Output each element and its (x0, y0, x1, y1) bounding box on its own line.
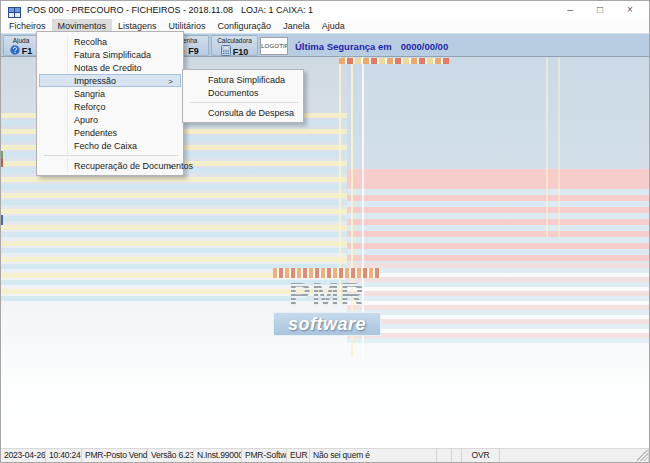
background-right-panel (347, 57, 649, 169)
background-edge-marks (1, 57, 3, 442)
status-cell (500, 449, 649, 463)
menubar-item[interactable]: Janela (277, 19, 316, 33)
menubar-item[interactable]: Configuração (212, 19, 278, 33)
ultima-seguranca-label: Última Segurança em (295, 41, 392, 52)
background-vline (546, 57, 548, 237)
submenu-arrow-icon: > (168, 161, 173, 172)
status-cell: 10:40:24 (46, 449, 82, 463)
statusbar: 2023-04-2610:40:24PMR-Posto VendasVersão… (1, 448, 649, 463)
status-cell: PMR-Software® (242, 449, 287, 463)
background-pink-band (347, 169, 649, 183)
menu-item[interactable]: Recolha (39, 35, 181, 48)
status-cell: Não sei quem é (310, 449, 437, 463)
close-button[interactable]: × (615, 1, 645, 19)
ajuda-key-label: F1 (22, 46, 33, 56)
menu-separator (44, 155, 178, 156)
status-cell: OVR (462, 449, 500, 463)
submenu-item[interactable]: Fatura Simplificada (185, 73, 301, 86)
background-blue-stripes (347, 263, 649, 343)
status-cell (452, 449, 462, 463)
status-cell (437, 449, 452, 463)
help-icon (10, 45, 20, 57)
app-icon (8, 4, 21, 15)
movimentos-menu: Recolha Fatura Simplificada Notas de Cre… (36, 31, 184, 176)
menu-item[interactable]: Fatura Simplificada (39, 48, 181, 61)
logotipo-box: LOGOTIPO (260, 37, 288, 55)
menu-separator (190, 102, 298, 103)
logo-software-text: software (273, 312, 381, 336)
status-cell: 2023-04-26 (1, 449, 46, 463)
menu-item[interactable]: Sangria (39, 87, 181, 100)
window-title: POS 000 - PRECOURO - FICHEIROS - 2018.11… (27, 5, 233, 15)
menu-item[interactable]: Impressão > (39, 74, 181, 87)
status-cell: EUR (287, 449, 310, 463)
window-controls: – □ × (555, 1, 645, 19)
background-vline (339, 57, 341, 303)
menu-item[interactable]: Pendentes (39, 126, 181, 139)
status-cell: Versão 6.230 (148, 449, 194, 463)
menu-item[interactable]: Notas de Credito (39, 61, 181, 74)
submenu-arrow-icon: > (168, 76, 173, 87)
ultima-seguranca-status: Última Segurança em0000/00/00 (295, 41, 448, 52)
background-tile-row (339, 58, 449, 64)
resize-grip[interactable] (637, 450, 648, 461)
logo-pmr-text: PMR (289, 278, 365, 311)
pmr-software-logo: PMR software (273, 278, 381, 336)
submenu-item[interactable]: Documentos (185, 86, 301, 99)
menu-item[interactable]: Reforço (39, 100, 181, 113)
loja-caixa-label: LOJA: 1 CAIXA: 1 (241, 5, 313, 15)
menu-item[interactable]: Fecho de Caixa (39, 139, 181, 152)
senha-key-label: F9 (188, 46, 199, 56)
menu-item[interactable]: Apuro (39, 113, 181, 126)
menubar-item[interactable]: Ajuda (316, 19, 351, 33)
calculadora-button-label: Calculadora (212, 37, 257, 44)
background-pink-stripes (347, 183, 649, 263)
submenu-item[interactable]: Consulta de Despesa (185, 106, 301, 119)
impressao-submenu: Fatura Simplificada Documentos Consulta … (182, 69, 304, 123)
status-cell: N.Inst.99000 (194, 449, 242, 463)
maximize-button[interactable]: □ (585, 1, 615, 19)
app-window: POS 000 - PRECOURO - FICHEIROS - 2018.11… (0, 0, 650, 463)
ultima-seguranca-date: 0000/00/00 (401, 41, 449, 52)
background-vline (558, 57, 560, 237)
minimize-button[interactable]: – (555, 1, 585, 19)
ajuda-button-label: Ajuda (4, 37, 38, 44)
titlebar[interactable]: POS 000 - PRECOURO - FICHEIROS - 2018.11… (1, 1, 649, 19)
ajuda-f1-button[interactable]: Ajuda F1 (3, 35, 39, 56)
calculadora-f10-button[interactable]: Calculadora F10 (211, 35, 258, 56)
status-cell: PMR-Posto Vendas (82, 449, 148, 463)
calculadora-key-label: F10 (233, 47, 249, 57)
menu-item[interactable]: Recuperação de Documentos > (39, 159, 181, 172)
